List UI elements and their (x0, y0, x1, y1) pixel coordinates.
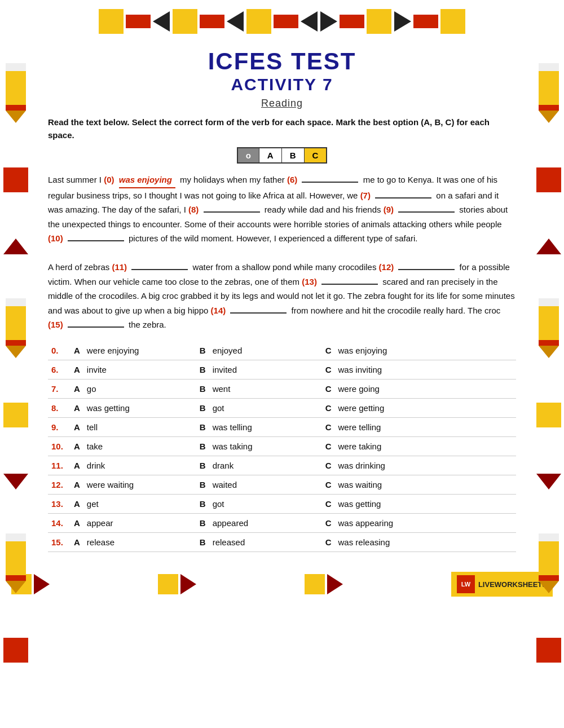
col-c-answer[interactable]: was drinking (335, 456, 516, 475)
col-c-answer[interactable]: were telling (335, 417, 516, 436)
blank-14 (230, 312, 287, 314)
table-row: 14. A appear B appeared C was appearing (48, 513, 516, 532)
option-c[interactable]: C (305, 148, 327, 162)
col-b-answer[interactable]: drank (209, 456, 322, 475)
row-num: 15. (48, 532, 70, 551)
col-b-answer[interactable]: got (209, 398, 322, 417)
col-b-answer[interactable]: appeared (209, 513, 322, 532)
row-num: 8. (48, 398, 70, 417)
col-a-answer[interactable]: release (83, 532, 196, 551)
bottom-deco-2 (158, 574, 196, 594)
col-b-letter[interactable]: B (196, 436, 209, 456)
col-c-letter[interactable]: C (322, 475, 335, 494)
col-a-answer[interactable]: invite (83, 360, 196, 379)
col-c-answer[interactable]: were taking (335, 436, 516, 456)
col-a-letter[interactable]: A (70, 436, 83, 456)
col-c-answer[interactable]: were getting (335, 398, 516, 417)
right-decoration (533, 42, 564, 686)
left-decoration (0, 42, 31, 686)
col-a-letter[interactable]: A (70, 417, 83, 436)
table-row: 7. A go B went C were going (48, 379, 516, 398)
deco-pencil-2 (173, 9, 244, 34)
col-a-answer[interactable]: take (83, 436, 196, 456)
col-c-answer[interactable]: was getting (335, 494, 516, 513)
col-b-answer[interactable]: got (209, 494, 322, 513)
col-a-letter[interactable]: A (70, 341, 83, 360)
answer-table: 0. A were enjoying B enjoyed C was enjoy… (48, 341, 516, 552)
row-num: 7. (48, 379, 70, 398)
table-row: 15. A release B released C was releasing (48, 532, 516, 551)
col-c-answer[interactable]: was appearing (335, 513, 516, 532)
col-b-answer[interactable]: waited (209, 475, 322, 494)
col-b-answer[interactable]: invited (209, 360, 322, 379)
col-b-letter[interactable]: B (196, 513, 209, 532)
col-c-letter[interactable]: C (322, 513, 335, 532)
table-row: 8. A was getting B got C were getting (48, 398, 516, 417)
col-b-answer[interactable]: was telling (209, 417, 322, 436)
blank-10 (68, 240, 124, 241)
col-b-letter[interactable]: B (196, 494, 209, 513)
col-c-letter[interactable]: C (322, 341, 335, 360)
blank-0: was enjoying (119, 173, 175, 188)
col-b-answer[interactable]: went (209, 379, 322, 398)
col-b-answer[interactable]: released (209, 532, 322, 551)
blank-15 (68, 327, 124, 328)
row-num: 12. (48, 475, 70, 494)
col-b-letter[interactable]: B (196, 398, 209, 417)
col-a-answer[interactable]: was getting (83, 398, 196, 417)
col-b-answer[interactable]: was taking (209, 436, 322, 456)
col-b-letter[interactable]: B (196, 360, 209, 379)
col-a-answer[interactable]: get (83, 494, 196, 513)
option-o[interactable]: o (238, 148, 259, 162)
col-c-letter[interactable]: C (322, 436, 335, 456)
col-c-letter[interactable]: C (322, 360, 335, 379)
table-row: 12. A were waiting B waited C was waitin… (48, 475, 516, 494)
col-b-letter[interactable]: B (196, 417, 209, 436)
col-c-letter[interactable]: C (322, 398, 335, 417)
col-a-letter[interactable]: A (70, 360, 83, 379)
col-a-answer[interactable]: go (83, 379, 196, 398)
col-c-answer[interactable]: was inviting (335, 360, 516, 379)
col-a-letter[interactable]: A (70, 456, 83, 475)
option-b[interactable]: B (282, 148, 305, 162)
col-b-answer[interactable]: enjoyed (209, 341, 322, 360)
col-b-letter[interactable]: B (196, 379, 209, 398)
col-a-letter[interactable]: A (70, 379, 83, 398)
col-b-letter[interactable]: B (196, 341, 209, 360)
col-b-letter[interactable]: B (196, 456, 209, 475)
col-a-letter[interactable]: A (70, 398, 83, 417)
instructions-text: Read the text below. Select the correct … (48, 116, 516, 142)
col-c-answer[interactable]: was enjoying (335, 341, 516, 360)
col-a-letter[interactable]: A (70, 513, 83, 532)
col-a-letter[interactable]: A (70, 494, 83, 513)
option-box[interactable]: o A B C (237, 147, 328, 164)
col-a-answer[interactable]: drink (83, 456, 196, 475)
row-num: 11. (48, 456, 70, 475)
col-b-letter[interactable]: B (196, 532, 209, 551)
bottom-border: LW LIVEWORKSHEETS (0, 563, 564, 606)
blank-13 (321, 284, 378, 285)
table-row: 6. A invite B invited C was inviting (48, 360, 516, 379)
col-c-letter[interactable]: C (322, 532, 335, 551)
deco-pencil-1 (99, 9, 170, 34)
col-a-answer[interactable]: were waiting (83, 475, 196, 494)
table-row: 11. A drink B drank C was drinking (48, 456, 516, 475)
col-c-answer[interactable]: was releasing (335, 532, 516, 551)
col-a-answer[interactable]: were enjoying (83, 341, 196, 360)
option-a[interactable]: A (259, 148, 282, 162)
col-b-letter[interactable]: B (196, 475, 209, 494)
page-title-main: ICFES TEST (48, 48, 516, 75)
title-section: ICFES TEST ACTIVITY 7 Reading (48, 48, 516, 109)
col-c-letter[interactable]: C (322, 494, 335, 513)
col-c-answer[interactable]: were going (335, 379, 516, 398)
col-c-letter[interactable]: C (322, 456, 335, 475)
col-a-answer[interactable]: appear (83, 513, 196, 532)
table-row: 13. A get B got C was getting (48, 494, 516, 513)
col-a-letter[interactable]: A (70, 532, 83, 551)
col-c-letter[interactable]: C (322, 379, 335, 398)
table-row: 0. A were enjoying B enjoyed C was enjoy… (48, 341, 516, 360)
col-a-answer[interactable]: tell (83, 417, 196, 436)
col-c-answer[interactable]: was waiting (335, 475, 516, 494)
col-a-letter[interactable]: A (70, 475, 83, 494)
col-c-letter[interactable]: C (322, 417, 335, 436)
